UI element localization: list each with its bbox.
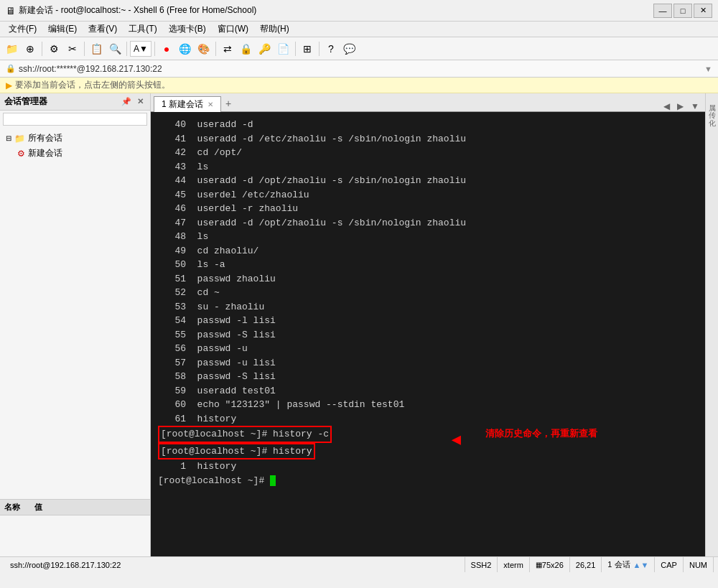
panel-close-icon[interactable]: ✕ bbox=[135, 96, 146, 107]
tree-item-new-session[interactable]: ⚙ 新建会话 bbox=[3, 146, 147, 161]
terminal-line-p2: [root@localhost ~]# history bbox=[158, 443, 315, 460]
session-panel: 会话管理器 📌 ✕ ⊟ 📁 所有会话 ⚙ 新建会话 名称 值 bbox=[0, 93, 151, 556]
minimize-button[interactable]: — bbox=[653, 4, 672, 18]
menu-tabs[interactable]: 选项卡(B) bbox=[163, 22, 212, 37]
color-button[interactable]: 🎨 bbox=[195, 40, 213, 57]
close-button[interactable]: ✕ bbox=[694, 4, 712, 18]
toolbar-sep-3 bbox=[126, 42, 127, 56]
tab-nav: ◀ ▶ ▼ bbox=[661, 101, 702, 111]
size-icon: ▦ bbox=[536, 561, 542, 569]
terminal-line-41: 41 useradd -d /etc/zhaoliu -s /sbin/nolo… bbox=[158, 132, 698, 146]
tab-prev-button[interactable]: ◀ bbox=[661, 101, 673, 111]
terminal-line-61: 61 history bbox=[158, 412, 698, 426]
tab-add-button[interactable]: + bbox=[221, 95, 236, 111]
terminal-line-p1: [root@localhost ~]# history -c bbox=[158, 426, 332, 443]
toolbar-sep-5 bbox=[215, 42, 216, 56]
status-bar: ssh://root@192.168.217.130:22 SSH2 xterm… bbox=[0, 556, 718, 572]
terminal-line-49: 49 cd zhaoliu/ bbox=[158, 244, 698, 258]
session-search-input[interactable] bbox=[3, 113, 147, 126]
tree-label-new: 新建会话 bbox=[28, 147, 62, 159]
menu-tools[interactable]: 工具(T) bbox=[123, 22, 162, 37]
right-sidebar: 属 传 化 bbox=[705, 93, 718, 556]
status-caps: CAP bbox=[655, 557, 684, 572]
connect-button[interactable]: ● bbox=[158, 40, 175, 57]
terminal-line-60: 60 echo "123123" | passwd --stdin test01 bbox=[158, 398, 698, 412]
status-num-text: NUM bbox=[689, 561, 707, 569]
session-panel-header: 会话管理器 📌 ✕ bbox=[0, 93, 150, 111]
terminal-line-58: 58 passwd -S lisi bbox=[158, 370, 698, 384]
annotated-block: [root@localhost ~]# history -c [root@loc… bbox=[158, 426, 332, 459]
lock-button[interactable]: 🔒 bbox=[238, 40, 255, 57]
chat-button[interactable]: 💬 bbox=[341, 40, 358, 57]
terminal[interactable]: 40 useradd -d 41 useradd -d /etc/zhaoliu… bbox=[151, 112, 705, 556]
props-name-col: 名称 bbox=[4, 502, 20, 513]
new-folder-button[interactable]: 📁 bbox=[3, 40, 20, 57]
status-protocol-text: SSH2 bbox=[471, 561, 492, 569]
menu-help[interactable]: 帮助(H) bbox=[254, 22, 295, 37]
status-position-text: 26,21 bbox=[576, 561, 596, 569]
cut-button[interactable]: ✂ bbox=[64, 40, 81, 57]
rs-btn-1[interactable]: 属 bbox=[706, 96, 719, 102]
terminal-line-44: 44 useradd -d /opt/zhaoliu -s /sbin/nolo… bbox=[158, 174, 698, 188]
address-dropdown-icon[interactable]: ▼ bbox=[704, 65, 712, 73]
panel-pin-icon[interactable]: 📌 bbox=[119, 96, 134, 107]
terminal-line-50: 50 ls -a bbox=[158, 258, 698, 272]
status-position: 26,21 bbox=[570, 557, 602, 572]
terminal-line-56: 56 passwd -u bbox=[158, 342, 698, 356]
copy-button[interactable]: 📋 bbox=[88, 40, 105, 57]
props-header: 名称 值 bbox=[0, 500, 150, 515]
scroll-up-icon[interactable]: ▲ bbox=[633, 561, 641, 569]
tab-close-icon[interactable]: ✕ bbox=[208, 101, 213, 108]
tab-menu-button[interactable]: ▼ bbox=[688, 101, 702, 111]
open-button[interactable]: ⊕ bbox=[22, 40, 39, 57]
search-button[interactable]: 🔍 bbox=[106, 40, 123, 57]
style-dropdown[interactable]: A▼ bbox=[130, 41, 151, 57]
menu-view[interactable]: 查看(V) bbox=[83, 22, 123, 37]
menu-edit[interactable]: 编辑(E) bbox=[42, 22, 83, 37]
rs-btn-2[interactable]: 传 bbox=[706, 103, 719, 109]
resize-button[interactable]: ⊞ bbox=[299, 40, 316, 57]
toolbar-sep-4 bbox=[154, 42, 155, 56]
help-button[interactable]: ? bbox=[322, 40, 340, 57]
terminal-cursor bbox=[270, 475, 276, 486]
toolbar: 📁 ⊕ ⚙ ✂ 📋 🔍 A▼ ● 🌐 🎨 ⇄ 🔒 🔑 📄 ⊞ ? 💬 bbox=[0, 37, 718, 60]
file-button[interactable]: 📄 bbox=[275, 40, 292, 57]
maximize-button[interactable]: □ bbox=[673, 4, 692, 18]
tab-next-button[interactable]: ▶ bbox=[674, 101, 686, 111]
status-terminal-text: xterm bbox=[503, 561, 523, 569]
terminal-line-55: 55 passwd -S lisi bbox=[158, 328, 698, 342]
session-tree: ⊟ 📁 所有会话 ⚙ 新建会话 bbox=[0, 128, 150, 164]
rs-btn-3[interactable]: 化 bbox=[706, 111, 719, 116]
toolbar-sep-7 bbox=[319, 42, 320, 56]
terminal-line-59: 59 useradd test01 bbox=[158, 384, 698, 398]
session-icon: ⚙ bbox=[17, 149, 25, 159]
props-value-col: 值 bbox=[34, 502, 42, 513]
panel-search-area bbox=[0, 111, 150, 128]
lock-icon: 🔒 bbox=[6, 64, 16, 73]
network-button[interactable]: 🌐 bbox=[177, 40, 194, 57]
info-arrow-icon: ▶ bbox=[6, 80, 12, 90]
scroll-down-icon[interactable]: ▼ bbox=[640, 561, 648, 569]
annotation-text: 清除历史命令，再重新查看 bbox=[485, 427, 597, 442]
status-terminal: xterm bbox=[498, 557, 530, 572]
properties-button[interactable]: ⚙ bbox=[45, 40, 62, 57]
terminal-line-46: 46 userdel -r zhaoliu bbox=[158, 202, 698, 216]
menu-window[interactable]: 窗口(W) bbox=[212, 22, 254, 37]
terminal-line-42: 42 cd /opt/ bbox=[158, 146, 698, 160]
terminal-line-54: 54 passwd -l lisi bbox=[158, 314, 698, 328]
session-panel-title: 会话管理器 bbox=[4, 95, 47, 108]
menu-file[interactable]: 文件(F) bbox=[3, 22, 42, 37]
info-text: 要添加当前会话，点击左侧的箭头按钮。 bbox=[15, 79, 170, 91]
tree-item-all-sessions[interactable]: ⊟ 📁 所有会话 bbox=[3, 131, 147, 146]
terminal-line-45: 45 userdel /etc/zhaoliu bbox=[158, 188, 698, 202]
key-button[interactable]: 🔑 bbox=[256, 40, 274, 57]
transfer-button[interactable]: ⇄ bbox=[219, 40, 236, 57]
status-size-text: 75x26 bbox=[542, 561, 564, 569]
tab-new-session[interactable]: 1 新建会话 ✕ bbox=[154, 96, 221, 112]
status-connection-text: ssh://root@192.168.217.130:22 bbox=[10, 561, 121, 569]
terminal-line-43: 43 ls bbox=[158, 160, 698, 174]
address-url: ssh://root:******@192.168.217.130:22 bbox=[19, 64, 162, 74]
address-bar: 🔒 ssh://root:******@192.168.217.130:22 ▼ bbox=[0, 60, 718, 78]
folder-icon: 📁 bbox=[14, 134, 25, 144]
status-protocol: SSH2 bbox=[465, 557, 498, 572]
